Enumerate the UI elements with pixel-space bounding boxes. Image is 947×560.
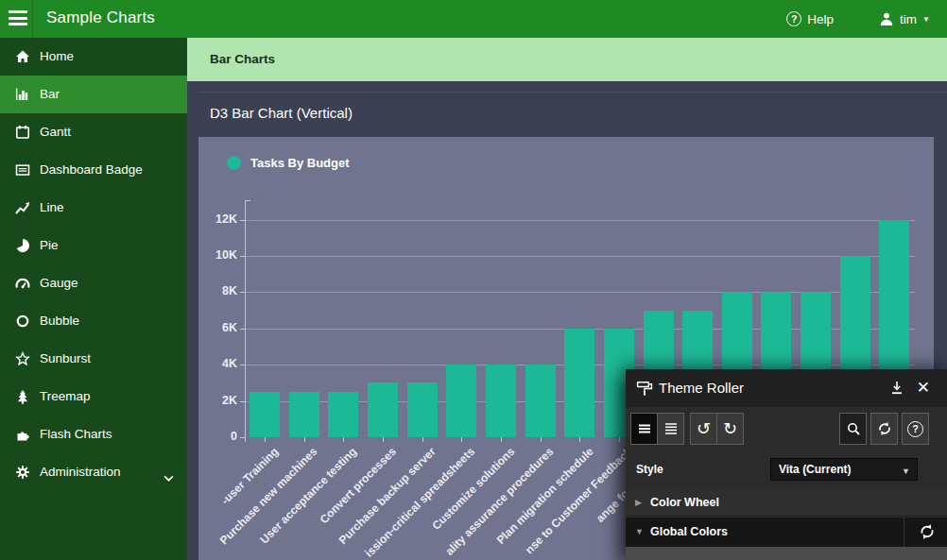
- sidebar-item-sunburst[interactable]: Sunburst: [0, 340, 187, 378]
- y-axis-label: 2K: [198, 394, 237, 407]
- theme-roller-toolbar: ↺ ↻ ?: [626, 407, 947, 450]
- x-axis-tick: [541, 437, 542, 442]
- help-icon: ?: [907, 421, 923, 437]
- star-icon: [15, 351, 30, 366]
- help-icon: ?: [786, 11, 801, 26]
- sidebar-item-flash-charts[interactable]: Flash Charts: [0, 416, 187, 453]
- app-title: Sample Charts: [46, 8, 155, 27]
- y-axis: [245, 200, 246, 442]
- gridline: [245, 256, 916, 257]
- sidebar-item-label: Line: [40, 189, 64, 227]
- legend-marker-icon: [227, 156, 241, 170]
- sidebar-item-pie[interactable]: Pie: [0, 227, 187, 264]
- close-icon[interactable]: ✕: [917, 377, 930, 399]
- chevron-down-icon: ▼: [635, 527, 644, 536]
- chevron-down-icon: [164, 469, 174, 477]
- reset-colors-button[interactable]: [919, 523, 936, 544]
- sidebar-item-label: Treemap: [40, 378, 91, 416]
- detailed-view-button[interactable]: [657, 413, 684, 445]
- bar[interactable]: [525, 365, 556, 437]
- sidebar-item-bubble[interactable]: Bubble: [0, 302, 187, 340]
- help-button-tr[interactable]: ?: [902, 413, 929, 445]
- legend-label: Tasks By Budget: [250, 156, 350, 170]
- sidebar-item-label: Flash Charts: [40, 416, 112, 453]
- sidebar-item-line[interactable]: Line: [0, 189, 187, 227]
- sidebar-item-label: Gauge: [40, 264, 78, 302]
- y-axis-label: 4K: [198, 357, 237, 370]
- bar[interactable]: [407, 382, 438, 437]
- sidebar-item-label: Dashboard Badge: [40, 151, 143, 189]
- sidebar-item-bar[interactable]: Bar: [0, 76, 187, 113]
- sidebar-item-gantt[interactable]: Gantt: [0, 113, 187, 151]
- sidebar-item-label: Sunburst: [40, 340, 91, 378]
- chevron-down-icon: ▼: [902, 466, 910, 476]
- refresh-button[interactable]: [870, 413, 898, 445]
- redo-icon: ↻: [723, 420, 737, 437]
- theme-roller-header: Theme Roller ✕: [626, 369, 947, 407]
- bar[interactable]: [486, 365, 516, 437]
- chevron-right-icon: ▶: [635, 498, 642, 507]
- breadcrumb: Bar Charts: [210, 52, 275, 66]
- help-label: Help: [807, 12, 834, 26]
- bar[interactable]: [289, 392, 319, 437]
- search-icon: [846, 421, 861, 436]
- hamburger-menu-icon[interactable]: [9, 10, 27, 27]
- sidebar-item-administration[interactable]: Administration: [0, 453, 187, 491]
- sidebar-item-label: Administration: [40, 453, 121, 491]
- x-axis-tick: [383, 437, 384, 442]
- theme-roller-title: Theme Roller: [659, 380, 744, 396]
- sidebar-item-label: Home: [40, 38, 74, 76]
- style-select-value: Vita (Current): [779, 463, 851, 476]
- sidebar-item-label: Bubble: [40, 302, 79, 340]
- search-button[interactable]: [839, 413, 867, 445]
- sidebar-item-label: Gantt: [40, 113, 71, 151]
- style-label: Style: [636, 463, 663, 476]
- puzzle-icon: [15, 427, 30, 442]
- bar[interactable]: [328, 392, 358, 437]
- undo-button[interactable]: ↺: [690, 413, 717, 445]
- user-name: tim: [900, 12, 917, 26]
- color-wheel-section[interactable]: ▶ Color Wheel: [626, 488, 947, 517]
- gridline: [245, 220, 916, 221]
- color-wheel-label: Color Wheel: [650, 496, 719, 509]
- sidebar-item-treemap[interactable]: Treemap: [0, 378, 187, 416]
- compact-view-button[interactable]: [630, 413, 658, 445]
- panel-top-border: [198, 92, 947, 93]
- y-axis-label: 10K: [198, 248, 237, 262]
- global-colors-label: Global Colors: [650, 525, 728, 538]
- sidebar-item-home[interactable]: Home: [0, 38, 187, 76]
- download-icon[interactable]: [889, 381, 904, 396]
- bar[interactable]: [446, 365, 476, 437]
- bar-chart-icon: [15, 87, 30, 102]
- chart-legend[interactable]: Tasks By Budget: [227, 155, 350, 170]
- x-axis-tick: [422, 437, 423, 442]
- y-axis-cap: [245, 200, 250, 201]
- bar[interactable]: [250, 392, 280, 437]
- style-select[interactable]: Vita (Current) ▼: [770, 458, 918, 481]
- help-button[interactable]: ? Help: [786, 9, 834, 28]
- sidebar-item-gauge[interactable]: Gauge: [0, 264, 187, 302]
- y-axis-label: 12K: [198, 212, 237, 226]
- bar[interactable]: [368, 382, 398, 437]
- sidebar-item-dashboard-badge[interactable]: Dashboard Badge: [0, 151, 187, 189]
- x-axis-tick: [501, 437, 502, 442]
- y-axis-label: 8K: [198, 284, 237, 297]
- global-colors-section[interactable]: ▼ Global Colors: [626, 518, 947, 547]
- x-axis-tick: [304, 437, 305, 442]
- bar[interactable]: [564, 329, 594, 437]
- x-axis-tick: [461, 437, 462, 442]
- theme-roller-panel: Theme Roller ✕ ↺ ↻ ? Style Vita (Current…: [626, 369, 947, 560]
- user-icon: [879, 11, 894, 26]
- user-menu[interactable]: tim ▼: [879, 9, 930, 28]
- undo-icon: ↺: [697, 420, 711, 437]
- x-axis-tick: [579, 437, 580, 442]
- redo-button[interactable]: ↻: [716, 413, 744, 445]
- line-chart-icon: [15, 200, 30, 215]
- sidebar: HomeBarGanttDashboard BadgeLinePieGaugeB…: [0, 38, 187, 560]
- badge-icon: [15, 162, 30, 178]
- sync-icon: [877, 421, 892, 436]
- pie-chart-icon: [15, 238, 30, 253]
- header-divider: [32, 0, 33, 38]
- y-axis-label: 6K: [198, 321, 237, 334]
- x-axis-tick: [265, 437, 266, 442]
